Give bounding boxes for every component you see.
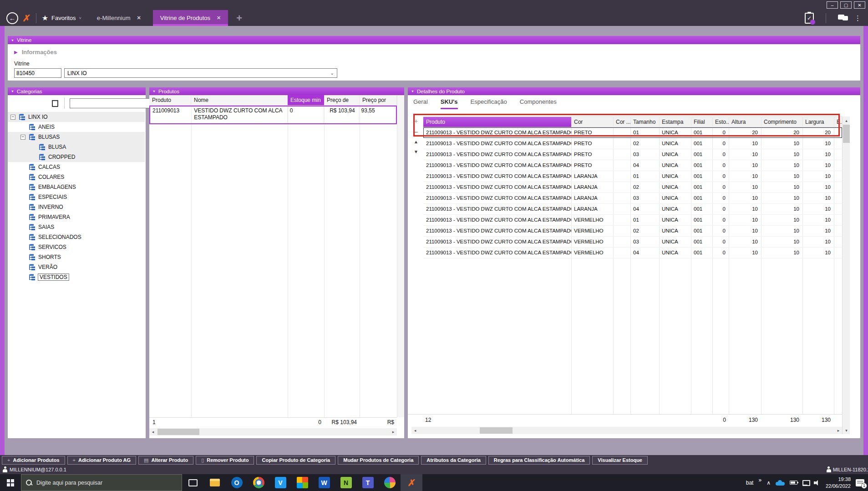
sku-row[interactable]: 211009013 - VESTIDO DWZ CURTO COM ALCA E… xyxy=(423,160,842,171)
column-filial[interactable]: Filial xyxy=(691,117,712,127)
action-button[interactable]: Atributos da Categoria xyxy=(421,456,486,465)
category-search-input[interactable] xyxy=(70,98,150,108)
tree-item[interactable]: ANEIS xyxy=(8,122,145,132)
detalhes-tab[interactable]: Componentes xyxy=(520,98,557,109)
tree-item[interactable]: − BLUSAS xyxy=(8,132,145,142)
prev-row-button[interactable]: ▲ xyxy=(411,139,421,144)
new-tab-button[interactable]: + xyxy=(236,12,242,24)
tree-item[interactable]: SAIAS xyxy=(8,222,145,232)
clock[interactable]: 19:38 22/06/2022 xyxy=(826,476,851,490)
delete-row-button[interactable]: − xyxy=(411,128,421,136)
vitrine-section-bar[interactable]: ▼ Vitrine xyxy=(8,36,860,44)
chat-icon[interactable] xyxy=(838,15,848,22)
scrollbar-thumb[interactable] xyxy=(157,429,199,435)
tree-item[interactable]: EMBALAGENS xyxy=(8,182,145,192)
taskbar-search[interactable] xyxy=(21,474,182,491)
word-icon[interactable]: W xyxy=(313,474,335,491)
produtos-vertical-scrollbar[interactable] xyxy=(397,95,404,417)
tree-item[interactable]: INVERNO xyxy=(8,202,145,212)
onedrive-icon[interactable] xyxy=(776,480,785,486)
column-cor-2[interactable]: Cor ... xyxy=(613,117,630,127)
sku-row[interactable]: 211009013 - VESTIDO DWZ CURTO COM ALCA E… xyxy=(423,204,842,215)
teams-icon[interactable]: T xyxy=(357,474,379,491)
column-preco-de[interactable]: Preço de xyxy=(324,95,360,105)
detalhes-header[interactable]: ▼ Detalhes do Produto xyxy=(408,87,860,95)
column-produto[interactable]: Produto xyxy=(423,117,571,127)
action-button[interactable]: Copiar Produto de Categoria xyxy=(256,456,335,465)
start-button[interactable] xyxy=(0,474,21,491)
file-explorer-icon[interactable] xyxy=(204,474,226,491)
tasks-clipboard-icon[interactable]: ✓ xyxy=(805,13,814,24)
office-icon[interactable] xyxy=(291,474,313,491)
maximize-button[interactable]: ▢ xyxy=(840,1,852,9)
linx-millennium-icon[interactable]: ✗ xyxy=(401,474,422,491)
tree-item[interactable]: CROPPED xyxy=(8,152,145,162)
expander-icon[interactable]: − xyxy=(10,115,15,120)
sku-row[interactable]: 211009013 - VESTIDO DWZ CURTO COM ALCA E… xyxy=(423,149,842,160)
scroll-up-icon[interactable]: ▴ xyxy=(843,116,850,124)
tree-item[interactable]: ESPECIAIS xyxy=(8,192,145,202)
scroll-left-icon[interactable]: ◂ xyxy=(411,427,419,434)
vitrine-select[interactable]: LINX IO ⌄ xyxy=(64,68,337,78)
sku-row[interactable]: 211009013 - VESTIDO DWZ CURTO COM ALCA E… xyxy=(423,248,842,258)
tree-item[interactable]: CALCAS xyxy=(8,162,145,172)
scroll-down-icon[interactable]: ▾ xyxy=(843,426,850,434)
sku-row[interactable]: 211009013 - VESTIDO DWZ CURTO COM ALCA E… xyxy=(423,193,842,204)
back-button[interactable]: ← xyxy=(6,12,18,24)
outlook-icon[interactable]: O xyxy=(226,474,248,491)
vscode-icon[interactable]: V xyxy=(269,474,291,491)
column-cor[interactable]: Cor xyxy=(571,117,613,127)
tree-item[interactable]: PRIMAVERA xyxy=(8,212,145,222)
column-produto[interactable]: Produto xyxy=(149,95,191,105)
detalhes-tab[interactable]: Geral xyxy=(413,98,428,109)
close-tab-icon[interactable]: ✕ xyxy=(217,15,221,21)
tree-item[interactable]: COLARES xyxy=(8,172,145,182)
close-tab-icon[interactable]: ✕ xyxy=(137,15,141,21)
action-button[interactable]: ▯ Remover Produto xyxy=(196,456,254,465)
search-input[interactable] xyxy=(36,480,164,486)
sku-row[interactable]: 211009013 - VESTIDO DWZ CURTO COM ALCA E… xyxy=(423,127,842,138)
minimize-button[interactable]: – xyxy=(827,1,838,9)
column-comprimento[interactable]: Comprimento xyxy=(761,117,802,127)
categorias-header[interactable]: ▼ Categorias xyxy=(8,87,146,95)
detalhes-tab[interactable]: SKU's xyxy=(441,98,458,109)
column-e[interactable]: E... xyxy=(834,117,842,127)
close-button[interactable]: ✕ xyxy=(854,1,865,9)
sku-row[interactable]: 211009013 - VESTIDO DWZ CURTO COM ALCA E… xyxy=(423,182,842,193)
sku-horizontal-scrollbar[interactable]: ◂ ▸ xyxy=(411,427,842,434)
photos-icon[interactable] xyxy=(379,474,401,491)
scroll-left-icon[interactable]: ◂ xyxy=(149,428,157,435)
app-tab[interactable]: Vitrine de Produtos ✕ xyxy=(153,10,228,26)
scroll-right-icon[interactable]: ▸ xyxy=(835,427,842,434)
more-options-icon[interactable]: ⋮ xyxy=(854,14,862,22)
expand-section-icon[interactable]: ▶ xyxy=(14,50,18,55)
app-tab[interactable]: e-Millennium ✕ xyxy=(90,10,148,26)
detalhes-tab[interactable]: Especificação xyxy=(471,98,507,109)
tree-item[interactable]: BLUSA xyxy=(8,142,145,152)
column-largura[interactable]: Largura xyxy=(802,117,834,127)
add-row-button[interactable]: + xyxy=(411,117,421,125)
column-estampa[interactable]: Estampa xyxy=(659,117,691,127)
column-preco-por[interactable]: Preço por xyxy=(360,95,397,105)
delete-category-icon[interactable] xyxy=(51,100,59,107)
sku-vertical-scrollbar[interactable]: ▴ ▾ xyxy=(842,116,850,434)
column-estoque-min[interactable]: Estoque min xyxy=(288,95,324,105)
sku-row[interactable]: 211009013 - VESTIDO DWZ CURTO COM ALCA E… xyxy=(423,171,842,182)
network-icon[interactable] xyxy=(802,480,809,486)
tree-item[interactable]: SELECIONADOS xyxy=(8,232,145,242)
action-button[interactable]: Mudar Produtos de Categoria xyxy=(338,456,419,465)
volume-icon[interactable] xyxy=(814,480,821,486)
column-estoque[interactable]: Esto... xyxy=(712,117,729,127)
scrollbar-thumb[interactable] xyxy=(480,427,513,434)
produtos-horizontal-scrollbar[interactable]: ◂ ▸ xyxy=(149,428,397,435)
action-button[interactable]: Visualizar Estoque xyxy=(592,456,648,465)
sku-row[interactable]: 211009013 - VESTIDO DWZ CURTO COM ALCA E… xyxy=(423,138,842,149)
task-view-icon[interactable] xyxy=(182,474,204,491)
scrollbar-thumb[interactable] xyxy=(843,125,850,143)
tree-item[interactable]: VERÃO xyxy=(8,262,145,272)
battery-icon[interactable] xyxy=(790,481,797,485)
action-button[interactable]: Regras para Classificação Automática xyxy=(488,456,590,465)
column-nome[interactable]: Nome xyxy=(191,95,288,105)
tree-item[interactable]: SERVICOS xyxy=(8,242,145,252)
action-button[interactable]: ▤ Alterar Produto xyxy=(138,456,193,465)
